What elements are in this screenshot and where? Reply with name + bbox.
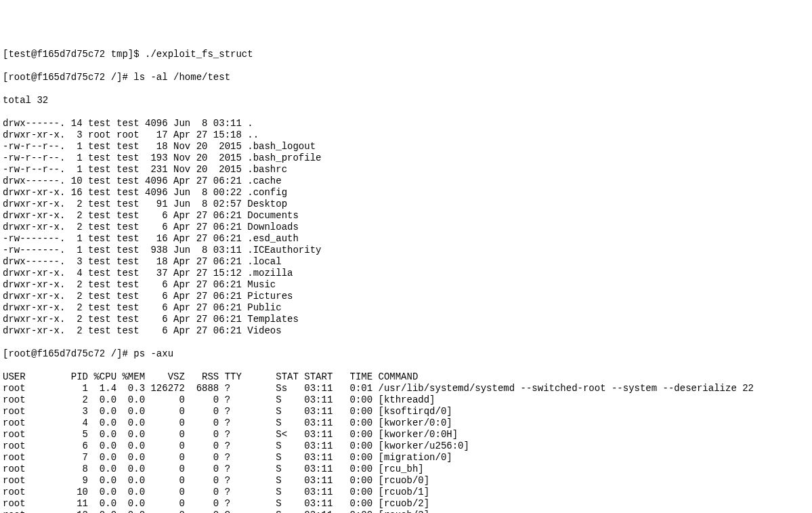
ps-row: root 9 0.0 0.0 0 0 ? S 03:11 0:00 [rcuob… <box>3 475 809 487</box>
ls-row: drwxr-xr-x. 2 test test 6 Apr 27 06:21 V… <box>3 325 809 337</box>
test-prompt: [test@f165d7d75c72 tmp]$ <box>3 49 145 60</box>
ps-row: root 8 0.0 0.0 0 0 ? S 03:11 0:00 [rcu_b… <box>3 464 809 475</box>
ls-output: drwx------. 14 test test 4096 Jun 8 03:1… <box>3 118 809 337</box>
ls-row: drwxr-xr-x. 2 test test 91 Jun 8 02:57 D… <box>3 199 809 210</box>
ps-row: root 4 0.0 0.0 0 0 ? S 03:11 0:00 [kwork… <box>3 417 809 429</box>
ls-row: drwxr-xr-x. 2 test test 6 Apr 27 06:21 M… <box>3 279 809 291</box>
ls-row: drwxr-xr-x. 2 test test 6 Apr 27 06:21 P… <box>3 291 809 302</box>
ls-row: drwxr-xr-x. 2 test test 6 Apr 27 06:21 P… <box>3 302 809 314</box>
ps-header: USER PID %CPU %MEM VSZ RSS TTY STAT STAR… <box>3 371 809 383</box>
ls-total: total 32 <box>3 95 809 106</box>
ls-row: drwxr-xr-x. 2 test test 6 Apr 27 06:21 D… <box>3 222 809 233</box>
ls-row: -rw-------. 1 test test 16 Apr 27 06:21 … <box>3 233 809 245</box>
ps-row: root 2 0.0 0.0 0 0 ? S 03:11 0:00 [kthre… <box>3 394 809 406</box>
ps-row: root 6 0.0 0.0 0 0 ? S 03:11 0:00 [kwork… <box>3 440 809 452</box>
ps-row: root 3 0.0 0.0 0 0 ? S 03:11 0:00 [ksoft… <box>3 406 809 417</box>
root-prompt: [root@f165d7d75c72 /]# <box>3 348 133 359</box>
ls-row: -rw-r--r--. 1 test test 231 Nov 20 2015 … <box>3 164 809 176</box>
ls-row: drwxr-xr-x. 4 test test 37 Apr 27 15:12 … <box>3 268 809 279</box>
cmd-ps: ps -axu <box>133 348 173 359</box>
ps-row: root 12 0.0 0.0 0 0 ? S 03:11 0:00 [rcuo… <box>3 510 809 513</box>
ps-row: root 11 0.0 0.0 0 0 ? S 03:11 0:00 [rcuo… <box>3 498 809 510</box>
ls-row: -rw-------. 1 test test 938 Jun 8 03:11 … <box>3 245 809 256</box>
ls-row: drwxr-xr-x. 3 root root 17 Apr 27 15:18 … <box>3 129 809 141</box>
ls-row: drwxr-xr-x. 2 test test 6 Apr 27 06:21 D… <box>3 210 809 222</box>
prompt-line-exploit[interactable]: [test@f165d7d75c72 tmp]$ ./exploit_fs_st… <box>3 49 809 60</box>
ls-row: drwxr-xr-x. 16 test test 4096 Jun 8 00:2… <box>3 187 809 199</box>
ls-row: drwx------. 3 test test 18 Apr 27 06:21 … <box>3 256 809 268</box>
cmd-ls: ls -al /home/test <box>133 72 230 83</box>
ps-row: root 1 1.4 0.3 126272 6888 ? Ss 03:11 0:… <box>3 383 809 394</box>
cmd-exploit: ./exploit_fs_struct <box>145 49 253 60</box>
ls-row: -rw-r--r--. 1 test test 193 Nov 20 2015 … <box>3 152 809 164</box>
ls-row: drwxr-xr-x. 2 test test 6 Apr 27 06:21 T… <box>3 314 809 325</box>
ps-row: root 10 0.0 0.0 0 0 ? S 03:11 0:00 [rcuo… <box>3 487 809 498</box>
prompt-line-ls[interactable]: [root@f165d7d75c72 /]# ls -al /home/test <box>3 72 809 83</box>
ls-row: drwx------. 14 test test 4096 Jun 8 03:1… <box>3 118 809 129</box>
ls-row: -rw-r--r--. 1 test test 18 Nov 20 2015 .… <box>3 141 809 152</box>
ps-row: root 7 0.0 0.0 0 0 ? S 03:11 0:00 [migra… <box>3 452 809 464</box>
prompt-line-ps[interactable]: [root@f165d7d75c72 /]# ps -axu <box>3 348 809 360</box>
root-prompt: [root@f165d7d75c72 /]# <box>3 72 133 83</box>
ps-output: USER PID %CPU %MEM VSZ RSS TTY STAT STAR… <box>3 371 809 513</box>
ps-row: root 5 0.0 0.0 0 0 ? S< 03:11 0:00 [kwor… <box>3 429 809 440</box>
ls-row: drwx------. 10 test test 4096 Apr 27 06:… <box>3 176 809 187</box>
